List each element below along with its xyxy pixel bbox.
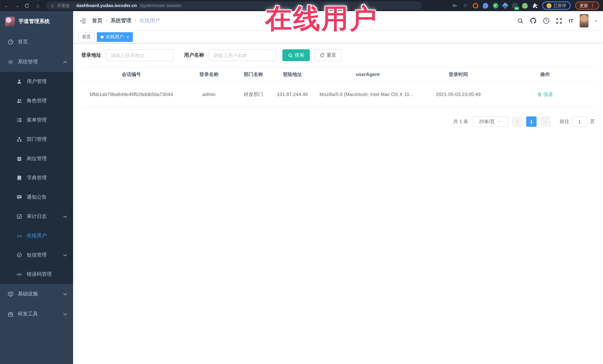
url-divider — [73, 3, 73, 8]
id-badge-icon — [16, 156, 22, 162]
table-row: bfbb1ab79ba849e49fb26ddb56a73044 admin 研… — [81, 81, 595, 107]
address-bar[interactable]: ⚠ 不安全 dashboard.yudao.iocoder.cn /system… — [46, 1, 422, 10]
next-page-button[interactable]: › — [540, 116, 551, 127]
extensions-puzzle-icon[interactable] — [532, 3, 537, 8]
reset-button[interactable]: 重置 — [314, 49, 342, 61]
cell-session-id: bfbb1ab79ba849e49fb26ddb56a73044 — [81, 81, 181, 107]
sidebar-item-infrastructure[interactable]: 基础设施 — [0, 284, 73, 304]
table-header-row: 会话编号 登录名称 部门名称 登陆地址 userAgent 登录时间 操作 — [81, 67, 595, 81]
user-menu-caret-icon[interactable]: ▾ — [595, 18, 597, 23]
code-icon: </> — [16, 271, 22, 277]
sidebar-logo-row[interactable]: 芋道管理系统 — [0, 11, 73, 32]
force-logout-label: 强退 — [543, 91, 553, 98]
tag-home[interactable]: 首页 — [78, 32, 95, 42]
check-circle-icon — [16, 252, 22, 258]
chevron-up-icon — [63, 61, 67, 63]
browser-menu-kebab-icon[interactable]: ⋮ — [590, 3, 595, 8]
col-login-addr: 登陆地址 — [270, 67, 314, 81]
select-caret-icon — [498, 121, 501, 123]
navbar-actions: ? tT ▾ — [517, 14, 597, 27]
help-icon[interactable]: ? — [543, 17, 550, 24]
total-count: 共 1 条 — [453, 118, 468, 125]
breadcrumb-system[interactable]: 系统管理 — [111, 17, 131, 24]
profile-paused-chip[interactable]: ☺ 已暂停 — [542, 1, 571, 10]
login-address-input[interactable] — [106, 49, 174, 61]
username-input[interactable] — [209, 49, 277, 61]
goto-page-input[interactable] — [572, 116, 587, 127]
sidebar-item-notice[interactable]: 通知公告 — [0, 188, 73, 207]
app-navbar: 首页 / 系统管理 / 在线用户 ? — [73, 11, 603, 31]
announcement-icon — [16, 194, 22, 200]
sidebar-item-system[interactable]: 系统管理 — [0, 52, 73, 72]
sidebar-item-label: 部门管理 — [27, 136, 47, 143]
search-button[interactable]: 搜索 — [282, 49, 310, 61]
github-icon[interactable] — [530, 17, 537, 24]
sidebar-item-dept-mgmt[interactable]: 部门管理 — [0, 130, 73, 149]
col-dept-name: 部门名称 — [236, 67, 270, 81]
reset-button-label: 重置 — [326, 52, 336, 59]
sidebar-item-online-users[interactable]: 在线用户 — [0, 226, 73, 245]
extension-green-circle-icon[interactable]: V — [493, 3, 498, 8]
goto-group: 前往 页 — [560, 116, 595, 127]
cell-login-name: admin — [181, 81, 236, 107]
close-icon[interactable]: × — [127, 35, 129, 39]
user-avatar[interactable] — [580, 14, 589, 27]
breadcrumb-home[interactable]: 首页 — [92, 17, 103, 24]
extension-orange-ring-icon[interactable] — [473, 3, 478, 8]
browser-home-icon[interactable]: ⌂ — [35, 3, 41, 8]
prev-page-button[interactable]: ‹ — [512, 116, 522, 127]
browser-toolbar: ← → ⌂ ⚠ 不安全 dashboard.yudao.iocoder.cn /… — [0, 0, 603, 11]
active-dot-icon — [101, 35, 104, 38]
sidebar-toggle-icon[interactable] — [80, 18, 86, 23]
extension-green-person-icon[interactable] — [522, 3, 527, 8]
sidebar-item-label: 字典管理 — [27, 175, 47, 181]
sidebar-item-role-mgmt[interactable]: 角色管理 — [0, 91, 73, 110]
menu-list-icon — [16, 117, 22, 123]
search-button-label: 搜索 — [295, 52, 304, 59]
sidebar-item-label: 基础设施 — [18, 291, 38, 297]
sidebar-item-user-mgmt[interactable]: 用户管理 — [0, 72, 73, 91]
tags-view: 首页 在线用户 × — [73, 31, 603, 43]
sidebar-item-error-code[interactable]: </> 错误码管理 — [0, 265, 73, 284]
breadcrumb-separator: / — [106, 18, 107, 24]
sidebar-item-label: 审计日志 — [27, 213, 47, 220]
fullscreen-icon[interactable] — [556, 18, 562, 24]
extension-diamond-icon[interactable] — [502, 2, 509, 9]
sidebar-item-label: 通知公告 — [27, 194, 47, 200]
password-key-icon[interactable] — [452, 3, 458, 8]
sidebar-item-post-mgmt[interactable]: 岗位管理 — [0, 149, 73, 168]
sidebar-item-home[interactable]: 首页 — [0, 32, 73, 52]
update-label: 更新 — [580, 3, 588, 8]
sidebar-item-label: 用户管理 — [27, 78, 47, 85]
page-content: 登录地址 用户名称 搜索 重置 — [73, 43, 603, 364]
bookmark-star-icon[interactable]: ☆ — [462, 3, 468, 8]
goto-label: 前往 — [560, 118, 569, 125]
force-logout-button[interactable]: 强退 — [537, 91, 553, 98]
browser-reload-icon[interactable] — [24, 3, 30, 8]
chevron-down-icon — [63, 293, 67, 295]
page-unit-label: 页 — [590, 118, 595, 125]
extension-translate-icon[interactable]: en — [512, 3, 517, 8]
sidebar-item-label: 研发工具 — [18, 311, 38, 317]
text-size-icon[interactable]: tT — [569, 18, 573, 24]
page-size-select[interactable]: 20条/页 — [472, 116, 508, 127]
sidebar-item-menu-mgmt[interactable]: 菜单管理 — [0, 110, 73, 130]
tag-online-users[interactable]: 在线用户 × — [97, 32, 133, 42]
browser-update-button[interactable]: 更新 ⋮ — [575, 1, 599, 10]
url-host: dashboard.yudao.iocoder.cn — [76, 3, 137, 8]
username-label: 用户名称 — [184, 52, 204, 59]
browser-forward-icon[interactable]: → — [14, 3, 20, 8]
page-1-button[interactable]: 1 — [526, 116, 537, 127]
cell-actions: 强退 — [495, 81, 595, 107]
dashboard-icon — [7, 39, 13, 45]
search-icon[interactable] — [517, 18, 524, 24]
sidebar-item-sms-mgmt[interactable]: 短信管理 — [0, 245, 73, 265]
sidebar-item-label: 首页 — [18, 39, 28, 45]
svg-text:?: ? — [545, 19, 547, 23]
sidebar-item-dict-mgmt[interactable]: 字典管理 — [0, 168, 73, 188]
sidebar-item-dev-tools[interactable]: 研发工具 — [0, 304, 73, 324]
browser-back-icon[interactable]: ← — [4, 3, 10, 8]
screen: ← → ⌂ ⚠ 不安全 dashboard.yudao.iocoder.cn /… — [0, 0, 603, 364]
extension-blue-drop-icon[interactable] — [483, 3, 488, 8]
sidebar-item-audit-log[interactable]: 审计日志 — [0, 207, 73, 226]
